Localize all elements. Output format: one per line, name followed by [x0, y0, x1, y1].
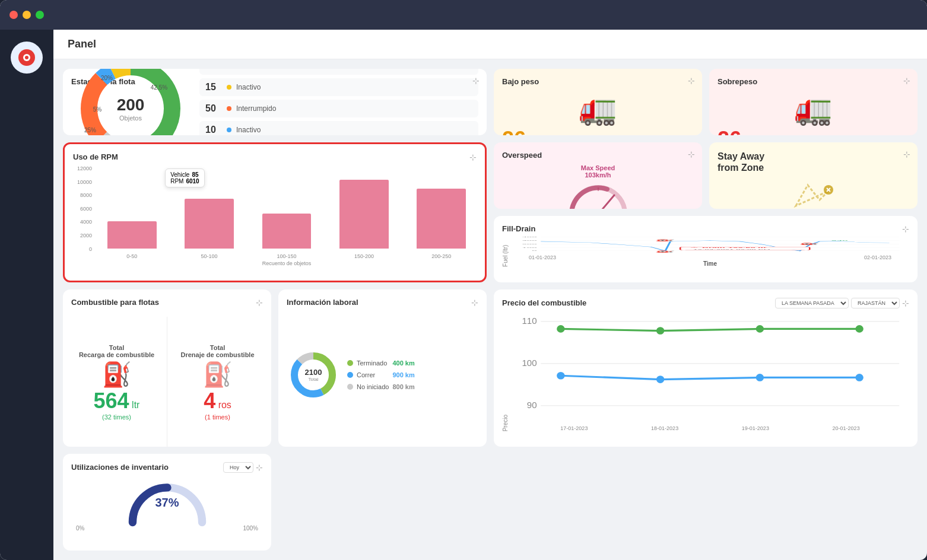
filldrain-x-labels: 01-01-2023 02-01-2023 [511, 253, 909, 260]
combustible-drain-section: TotalDrenaje de combustible ⛽ 4 ros (1 t… [172, 312, 263, 447]
precio-title: Precio del combustible [502, 298, 586, 307]
overspeed-expand-icon[interactable]: ⊹ [688, 149, 695, 159]
svg-text:12-03-2021 02:00 PM: 12-03-2021 02:00 PM [693, 249, 770, 250]
svg-text:90: 90 [527, 401, 537, 411]
combustible-recharge-times: (32 times) [102, 413, 131, 421]
fleet-total: 200 [117, 96, 145, 114]
combustible-drain-times: (1 times) [205, 413, 230, 421]
svg-text:200: 200 [522, 243, 536, 244]
stayaway-expand-icon[interactable]: ⊹ [903, 149, 910, 159]
precio-expand-icon[interactable]: ⊹ [902, 298, 909, 308]
fleet-card: Estado de la flota ⊹ [63, 69, 487, 135]
rpm-bar-4 [339, 180, 389, 249]
combustible-title: Combustible para flotas [71, 298, 159, 307]
rpm-tooltip-vehicle-label: Vehicle [170, 171, 189, 178]
bajo-peso-card: Bajo peso ⊹ 🚛 26 16% vehículos [494, 69, 702, 135]
laboral-terminado-dot [347, 360, 353, 366]
svg-text:300: 300 [522, 240, 536, 241]
laboral-title: Información laboral [287, 298, 358, 307]
svg-point-2 [25, 56, 28, 59]
legend-inactivo-text: Inactivo [236, 83, 261, 91]
precio-chart-area: Precio 110 100 90 [502, 312, 909, 431]
sobrepeso-truck-icon: 🚛 [794, 91, 833, 127]
rpm-tooltip-rpm-label: RPM [170, 178, 183, 184]
legend-interrumpido-text: Interrumpido [236, 104, 276, 113]
precio-controls: LA SEMANA PASADA RAJASTÁN ⊹ [775, 298, 909, 308]
rpm-bars-section: Vehicle 85 RPM 6010 [97, 166, 477, 266]
precio-xlabel-1: 17-01-2023 [560, 425, 588, 431]
combustible-fuel-icon: ⛽ [102, 361, 132, 389]
precio-dropdown-semana[interactable]: LA SEMANA PASADA [775, 298, 849, 308]
bajo-peso-expand-icon[interactable]: ⊹ [688, 76, 695, 85]
svg-point-56 [756, 374, 764, 381]
legend-inactivo-num: 15 [205, 82, 222, 93]
legend-correr-text: Correr [236, 69, 256, 70]
combustible-recharge-section: TotalRecarga de combustible ⛽ 564 ltr (3… [71, 312, 162, 447]
rpm-y-2000: 2000 [80, 233, 92, 238]
rpm-tooltip: Vehicle 85 RPM 6010 [165, 168, 204, 187]
main-area: Panel Estado de la flota ⊹ [53, 30, 927, 560]
svg-text:⛽: ⛽ [655, 251, 675, 253]
combustible-drain-label: TotalDrenaje de combustible [180, 344, 254, 358]
legend-correr-num: 85 [205, 69, 222, 71]
bajo-peso-inner: 🚛 26 16% vehículos [502, 91, 694, 135]
rpm-bar-1 [107, 221, 157, 249]
filldrain-x-label: Time [511, 260, 909, 267]
rpm-expand-icon[interactable]: ⊹ [469, 152, 477, 162]
rpm-card: Uso de RPM ⊹ 12000 10000 8000 6000 4000 … [63, 142, 487, 282]
rpm-y-0: 0 [89, 246, 92, 252]
legend-inactivo2-text: Inactivo [236, 126, 261, 134]
svg-text:400: 400 [522, 237, 536, 238]
rpm-tooltip-vehicle-row: Vehicle 85 [170, 171, 199, 178]
sobrepeso-card: Sobrepeso ⊹ 🚛 26 2% vehículos [709, 69, 918, 135]
stayaway-card: ⊹ Stay Awayfrom Zone [709, 142, 918, 209]
close-button[interactable] [9, 11, 18, 19]
combustible-expand-icon[interactable]: ⊹ [256, 298, 263, 307]
dashboard-grid: Estado de la flota ⊹ [53, 59, 927, 560]
precio-dropdown-region[interactable]: RAJASTÁN [851, 298, 900, 308]
laboral-noiniciado: No iniciado 800 km [347, 383, 415, 390]
combustible-inner: TotalRecarga de combustible ⛽ 564 ltr (3… [71, 312, 263, 447]
sobrepeso-icon-row: 🚛 [718, 91, 909, 127]
laboral-terminado-km: 400 km [392, 359, 414, 367]
stayaway-title: Stay Awayfrom Zone [718, 151, 909, 173]
filldrain-x-start: 01-01-2023 [529, 254, 556, 260]
utilizaciones-dropdown[interactable]: Hoy [223, 462, 253, 473]
bajo-peso-truck-icon: 🚛 [579, 91, 617, 127]
utilizaciones-card: Utilizaciones de inventario Hoy ⊹ [63, 454, 271, 551]
sobrepeso-expand-icon[interactable]: ⊹ [903, 76, 910, 85]
overspeed-card: Overspeed ⊹ Max Speed 103km/h [494, 142, 702, 209]
minimize-button[interactable] [23, 11, 31, 19]
fleet-donut-center: 200 Objetos [117, 96, 145, 122]
rpm-xlabel-3: 100-150 [252, 253, 322, 259]
utilizaciones-label-left: 0% [76, 525, 84, 532]
bajo-peso-count: 26 [502, 127, 553, 135]
sidebar-logo[interactable] [11, 42, 43, 74]
laboral-donut-center: 2100 Total [305, 368, 322, 382]
filldrain-expand-icon[interactable]: ⊹ [902, 224, 909, 234]
rpm-bar-5 [417, 189, 466, 249]
svg-text:100: 100 [522, 247, 536, 248]
rpm-bar-group-4 [329, 166, 399, 249]
rpm-bar-group-5 [407, 166, 477, 249]
laboral-header: Información laboral ⊹ [287, 298, 478, 307]
fleet-expand-icon[interactable]: ⊹ [472, 76, 480, 85]
combustible-header: Combustible para flotas ⊹ [71, 298, 263, 307]
rpm-bar-group-1 [97, 166, 167, 249]
svg-point-57 [855, 374, 863, 381]
utilizaciones-label-right: 100% [243, 525, 258, 532]
sidebar [0, 30, 53, 560]
laboral-expand-icon[interactable]: ⊹ [471, 298, 478, 307]
laboral-total: 2100 [305, 368, 322, 377]
utilizaciones-expand-icon[interactable]: ⊹ [256, 463, 263, 472]
laboral-terminado: Terminado 400 km [347, 359, 415, 367]
laboral-noiniciado-km: 800 km [392, 383, 414, 390]
bajo-peso-bottom: 26 16% vehículos [502, 127, 694, 135]
utilizaciones-inner: 37% 0% 100% [71, 475, 263, 532]
rpm-xlabel-2: 50-100 [174, 253, 244, 259]
laboral-legend: Terminado 400 km Correr 900 km No inicia… [347, 359, 415, 390]
maximize-button[interactable] [36, 11, 44, 19]
precio-y-label: Precio [502, 312, 509, 431]
speedometer-icon [566, 179, 631, 209]
svg-point-51 [656, 327, 664, 335]
